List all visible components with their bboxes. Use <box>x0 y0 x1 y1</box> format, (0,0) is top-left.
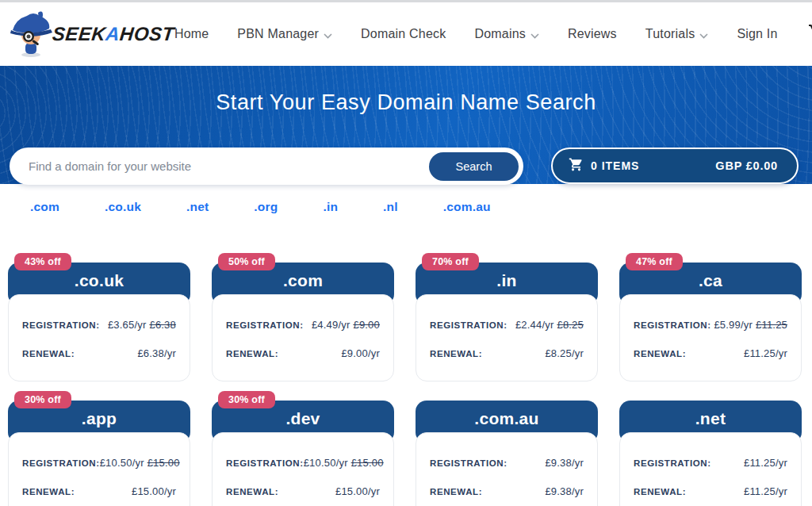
nav-item-sign-in[interactable]: Sign In <box>737 27 777 41</box>
registration-row: REGISTRATION: £3.65/yr£6.38 <box>22 319 176 331</box>
registration-price: £10.50/yr£15.00 <box>304 457 384 469</box>
nav-label: Reviews <box>568 27 617 41</box>
renewal-price: £9.38/yr <box>545 485 584 497</box>
header-cart-button[interactable]: 0 <box>808 23 812 45</box>
registration-price: £9.38/yr <box>545 457 584 469</box>
pricing-card[interactable]: 43% off .co.uk REGISTRATION: £3.65/yr£6.… <box>8 258 190 381</box>
nav-label: Tutorials <box>645 27 695 41</box>
discount-badge: 47% off <box>626 253 683 270</box>
search-button[interactable]: Search <box>429 152 519 181</box>
nav-item-tutorials[interactable]: Tutorials <box>645 26 709 42</box>
registration-price: £11.25/yr <box>744 457 787 469</box>
main-nav: Home PBN Manager Domain Check Domains Re… <box>174 23 812 45</box>
nav-item-domain-check[interactable]: Domain Check <box>361 27 446 41</box>
discount-badge: 70% off <box>422 253 479 270</box>
nav-item-reviews[interactable]: Reviews <box>568 27 617 41</box>
registration-old-price: £11.25 <box>756 319 787 331</box>
pricing-grid: 43% off .co.uk REGISTRATION: £3.65/yr£6.… <box>0 214 812 506</box>
nav-label: Home <box>174 27 209 41</box>
renewal-row: RENEWAL: £8.25/yr <box>430 347 584 359</box>
renewal-label: RENEWAL: <box>226 349 278 358</box>
nav-label: Sign In <box>737 27 777 41</box>
nav-item-pbn-manager[interactable]: PBN Manager <box>237 26 332 42</box>
registration-label: REGISTRATION: <box>430 458 508 468</box>
domain-search-box: Search <box>10 148 523 185</box>
renewal-price: £11.25/yr <box>744 485 787 497</box>
registration-current-price: £2.44/yr <box>515 319 554 331</box>
registration-row: REGISTRATION: £10.50/yr£15.00 <box>22 457 176 469</box>
pricing-card[interactable]: .com.au REGISTRATION: £9.38/yr RENEWAL: … <box>416 396 598 506</box>
registration-old-price: £15.00 <box>147 457 180 469</box>
cart-total: GBP £0.00 <box>715 159 778 172</box>
pricing-card[interactable]: 50% off .com REGISTRATION: £4.49/yr£9.00… <box>212 258 394 381</box>
registration-old-price: £9.00 <box>353 319 380 331</box>
renewal-row: RENEWAL: £15.00/yr <box>226 485 380 497</box>
renewal-row: RENEWAL: £11.25/yr <box>634 347 787 359</box>
brand-wordmark: SEEKAHOST <box>52 23 176 45</box>
nav-label: PBN Manager <box>237 27 319 41</box>
registration-current-price: £11.25/yr <box>744 457 787 469</box>
discount-badge: 50% off <box>218 253 275 270</box>
tld-link-in[interactable]: .in <box>323 200 338 214</box>
registration-price: £5.99/yr£11.25 <box>714 319 787 331</box>
mascot-icon <box>10 10 54 59</box>
cart-icon <box>808 31 812 44</box>
nav-item-home[interactable]: Home <box>174 27 209 41</box>
pricing-card[interactable]: 70% off .in REGISTRATION: £2.44/yr£8.25 … <box>416 258 598 381</box>
renewal-row: RENEWAL: £9.38/yr <box>430 485 584 497</box>
pricing-card[interactable]: 47% off .ca REGISTRATION: £5.99/yr£11.25… <box>619 258 802 381</box>
registration-label: REGISTRATION: <box>634 320 711 330</box>
registration-current-price: £10.50/yr <box>304 457 348 469</box>
pricing-card[interactable]: .net REGISTRATION: £11.25/yr RENEWAL: £1… <box>619 396 802 506</box>
renewal-row: RENEWAL: £11.25/yr <box>634 485 787 497</box>
registration-row: REGISTRATION: £11.25/yr <box>634 457 787 469</box>
card-body: REGISTRATION: £3.65/yr£6.38 RENEWAL: £6.… <box>8 294 190 381</box>
cart-summary-pill[interactable]: 0 ITEMS GBP £0.00 <box>551 148 799 184</box>
page: SEEKAHOST Home PBN Manager Domain Check … <box>0 0 812 506</box>
brand-seek: SEEK <box>52 23 107 44</box>
renewal-price: £8.25/yr <box>545 347 584 359</box>
renewal-label: RENEWAL: <box>22 349 75 358</box>
nav-item-domains[interactable]: Domains <box>474 26 539 42</box>
domain-search-input[interactable] <box>29 159 429 173</box>
registration-old-price: £15.00 <box>351 457 384 469</box>
renewal-price: £15.00/yr <box>335 485 380 497</box>
header: SEEKAHOST Home PBN Manager Domain Check … <box>0 2 812 66</box>
hero-title: Start Your Easy Domain Name Search <box>0 66 812 115</box>
renewal-price: £11.25/yr <box>744 347 787 359</box>
tld-link-nl[interactable]: .nl <box>383 200 398 214</box>
registration-row: REGISTRATION: £10.50/yr£15.00 <box>226 457 380 469</box>
registration-label: REGISTRATION: <box>226 458 304 468</box>
registration-label: REGISTRATION: <box>226 320 304 330</box>
chevron-down-icon <box>699 28 708 42</box>
pricing-card[interactable]: 30% off .dev REGISTRATION: £10.50/yr£15.… <box>212 396 394 506</box>
tld-link-comau[interactable]: .com.au <box>443 200 491 214</box>
renewal-label: RENEWAL: <box>430 487 482 496</box>
registration-label: REGISTRATION: <box>430 320 508 330</box>
logo[interactable]: SEEKAHOST <box>10 10 174 59</box>
tld-link-net[interactable]: .net <box>186 200 209 214</box>
chevron-down-icon <box>324 28 332 42</box>
tld-link-couk[interactable]: .co.uk <box>105 200 141 214</box>
registration-label: REGISTRATION: <box>22 458 100 468</box>
tld-link-org[interactable]: .org <box>254 200 278 214</box>
renewal-price: £15.00/yr <box>132 485 176 497</box>
card-body: REGISTRATION: £4.49/yr£9.00 RENEWAL: £9.… <box>212 294 394 381</box>
card-body: REGISTRATION: £9.38/yr RENEWAL: £9.38/yr <box>416 432 598 506</box>
tld-quick-links: .com .co.uk .net .org .in .nl .com.au <box>0 184 812 214</box>
registration-price: £10.50/yr£15.00 <box>100 457 180 469</box>
renewal-label: RENEWAL: <box>430 349 482 358</box>
discount-badge: 30% off <box>218 391 275 408</box>
registration-old-price: £6.38 <box>149 319 176 331</box>
registration-old-price: £8.25 <box>557 319 584 331</box>
registration-row: REGISTRATION: £2.44/yr£8.25 <box>430 319 584 331</box>
renewal-label: RENEWAL: <box>226 487 278 496</box>
tld-link-com[interactable]: .com <box>30 200 59 214</box>
card-body: REGISTRATION: £10.50/yr£15.00 RENEWAL: £… <box>212 432 394 506</box>
search-row: Search 0 ITEMS GBP £0.00 <box>0 148 812 185</box>
renewal-label: RENEWAL: <box>634 349 686 358</box>
pricing-card[interactable]: 30% off .app REGISTRATION: £10.50/yr£15.… <box>8 396 190 506</box>
registration-current-price: £9.38/yr <box>545 457 584 469</box>
cart-items-count: 0 ITEMS <box>569 157 639 174</box>
registration-label: REGISTRATION: <box>634 458 711 468</box>
